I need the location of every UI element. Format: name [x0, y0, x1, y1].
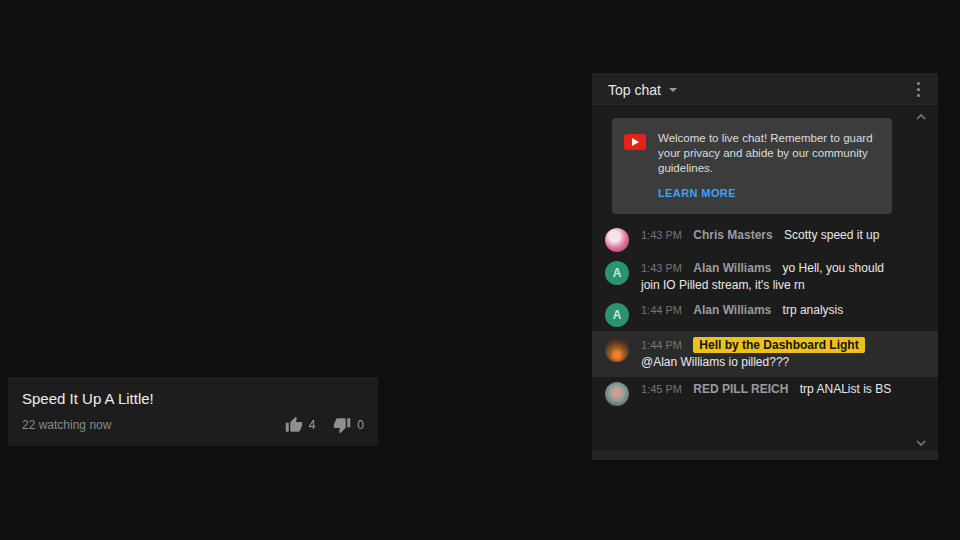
message-timestamp: 1:43 PM	[641, 262, 682, 274]
chat-avatar[interactable]	[605, 228, 629, 252]
chevron-up-icon[interactable]	[915, 113, 927, 121]
chat-message: 1:44 PM Hell by the Dashboard Light @Ala…	[592, 331, 938, 377]
message-timestamp: 1:44 PM	[641, 304, 682, 316]
live-chat-panel: Top chat Welcome to live chat! Remember …	[592, 73, 938, 460]
welcome-text: Welcome to live chat! Remember to guard …	[658, 131, 878, 176]
chevron-down-icon[interactable]	[669, 88, 677, 92]
page-background: { "colors": { "page_bg": "#0f0f0f", "pan…	[0, 0, 960, 540]
kebab-menu-icon[interactable]	[913, 78, 924, 101]
ratings: 4 0	[285, 416, 364, 434]
message-author[interactable]: Alan Williams	[693, 303, 771, 317]
message-content: 1:44 PM Hell by the Dashboard Light @Ala…	[641, 337, 894, 371]
message-timestamp: 1:45 PM	[641, 383, 682, 395]
chat-message: A 1:44 PM Alan Williams trp analysis	[592, 298, 938, 331]
chat-avatar[interactable]	[605, 338, 629, 362]
chat-avatar[interactable]: A	[605, 303, 629, 327]
message-author[interactable]: Alan Williams	[693, 261, 771, 275]
chat-footer-strip	[592, 451, 938, 460]
message-content: 1:44 PM Alan Williams trp analysis	[641, 302, 843, 327]
message-text: trp ANAList is BS	[800, 382, 891, 396]
welcome-banner: Welcome to live chat! Remember to guard …	[612, 118, 892, 214]
dislike-count: 0	[357, 418, 364, 432]
chat-avatar[interactable]	[605, 382, 629, 406]
thumb-up-icon[interactable]	[285, 416, 303, 434]
chat-avatar[interactable]: A	[605, 261, 629, 285]
message-content: 1:45 PM RED PILL REICH trp ANAList is BS	[641, 381, 891, 406]
message-author[interactable]: Hell by the Dashboard Light	[693, 337, 864, 353]
messages-container: 1:43 PM Chris Masters Scotty speed it up…	[592, 223, 938, 410]
chat-mode-selector[interactable]: Top chat	[608, 82, 661, 98]
message-text: @Alan Williams io pilled???	[641, 355, 789, 369]
video-title: Speed It Up A Little!	[22, 390, 364, 407]
chevron-down-icon[interactable]	[915, 439, 927, 447]
chat-message: A 1:43 PM Alan Williams yo Hell, you sho…	[592, 256, 938, 298]
message-text: Scotty speed it up	[784, 228, 879, 242]
chat-message: 1:45 PM RED PILL REICH trp ANAList is BS	[592, 377, 938, 410]
like-count: 4	[309, 418, 316, 432]
message-text: trp analysis	[783, 303, 844, 317]
message-timestamp: 1:44 PM	[641, 339, 682, 351]
message-author[interactable]: RED PILL REICH	[693, 382, 788, 396]
message-timestamp: 1:43 PM	[641, 229, 682, 241]
welcome-banner-body: Welcome to live chat! Remember to guard …	[658, 131, 878, 201]
youtube-play-icon	[624, 134, 646, 150]
video-stats-row: 22 watching now 4 0	[22, 416, 364, 434]
video-info-card: Speed It Up A Little! 22 watching now 4 …	[8, 377, 378, 446]
learn-more-link[interactable]: LEARN MORE	[658, 187, 736, 199]
chat-message: 1:43 PM Chris Masters Scotty speed it up	[592, 223, 938, 256]
message-author[interactable]: Chris Masters	[693, 228, 772, 242]
message-content: 1:43 PM Alan Williams yo Hell, you shoul…	[641, 260, 894, 294]
message-content: 1:43 PM Chris Masters Scotty speed it up	[641, 227, 879, 252]
watching-now-count: 22 watching now	[22, 418, 111, 432]
chat-header: Top chat	[592, 73, 938, 107]
thumb-down-icon[interactable]	[333, 416, 351, 434]
chat-message-list: Welcome to live chat! Remember to guard …	[592, 107, 938, 460]
